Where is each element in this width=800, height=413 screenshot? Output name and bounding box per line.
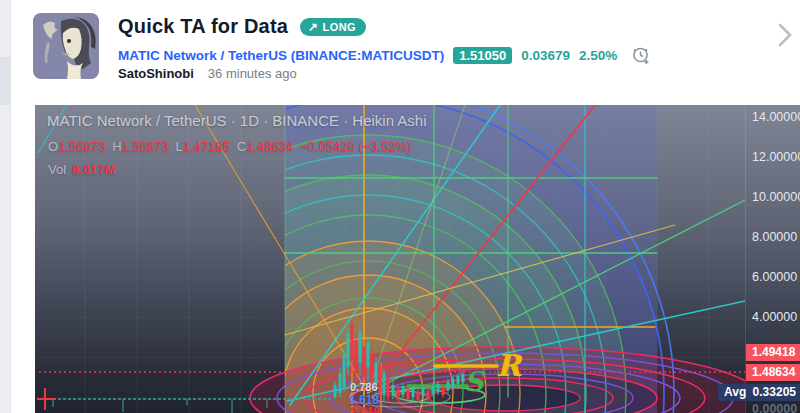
direction-badge: ↗LONG: [300, 18, 366, 36]
support-label: S: [464, 366, 484, 397]
ohlc-low-key: L: [176, 139, 183, 154]
y-axis-label: 12.00000: [752, 150, 800, 164]
avatar-image: [33, 13, 99, 79]
ohlc-open-key: O: [48, 139, 58, 154]
arrow-up-right-icon: ↗: [308, 21, 318, 33]
fib-label-2618: 2.618: [350, 405, 380, 413]
avg-price-label: Avg 0.33205: [718, 384, 800, 401]
ohlc-close-key: C: [237, 139, 246, 154]
add-alert-button[interactable]: [630, 44, 652, 66]
fib-label-0786: 0.786: [350, 381, 378, 393]
ohlc-open-value: 1.56873: [58, 139, 105, 154]
avg-label-value: 0.33205: [753, 384, 796, 401]
symbol-row: MATIC Network / TetherUS (BINANCE:MATICU…: [118, 44, 652, 66]
avg-label-text: Avg: [724, 384, 746, 401]
y-axis-label: 6.00000: [752, 270, 797, 284]
chart-ohlc-row: O1.56873H1.56873L1.47185C1.48634−0.05429…: [48, 139, 411, 154]
page-left-gutter: [0, 0, 11, 413]
avatar[interactable]: [33, 13, 99, 79]
price-axis[interactable]: 14.00000 12.00000 10.00000 8.00000 6.000…: [745, 105, 800, 413]
direction-badge-label: LONG: [323, 21, 356, 33]
y-axis-label: 4.00000: [752, 310, 797, 324]
y-axis-label: 14.00000: [752, 110, 800, 124]
change-percent: 2.50%: [579, 48, 617, 63]
idea-header-row: Quick TA for Data ↗LONG: [118, 15, 366, 38]
last-price-badge: 1.51050: [453, 47, 512, 64]
next-card-button[interactable]: [774, 21, 796, 53]
chevron-right-icon: [774, 21, 796, 49]
change-absolute: 0.03679: [521, 48, 570, 63]
y-axis-label: 10.00000: [752, 190, 800, 204]
ohlc-close-value: 1.48634: [246, 139, 293, 154]
ohlc-change: −0.05429 (−3.52%): [300, 139, 411, 154]
chart-card: MATIC Network / TetherUS · 1D · BINANCE …: [35, 105, 800, 413]
ohlc-high-value: 1.56873: [122, 139, 169, 154]
chart-canvas[interactable]: MATIC Network / TetherUS · 1D · BINANCE …: [35, 105, 745, 413]
volume-row: Vol9.017M: [48, 162, 115, 177]
ohlc-high-key: H: [112, 139, 121, 154]
chart-legend-title[interactable]: MATIC Network / TetherUS · 1D · BINANCE …: [47, 112, 427, 129]
volume-label: Vol: [48, 162, 66, 177]
y-axis-label: 8.00000: [752, 230, 797, 244]
time-ago: 36 minutes ago: [208, 66, 297, 81]
byline-row: SatoShinobi 36 minutes ago: [118, 66, 297, 81]
volume-value: 9.017M: [72, 162, 115, 177]
idea-title[interactable]: Quick TA for Data: [118, 15, 288, 38]
ohlc-low-value: 1.47185: [183, 139, 230, 154]
price-label-zero: 0.00000: [752, 402, 797, 413]
alert-add-icon: [630, 44, 652, 66]
author-link[interactable]: SatoShinobi: [118, 66, 194, 81]
symbol-link[interactable]: MATIC Network / TetherUS (BINANCE:MATICU…: [118, 48, 444, 63]
resistance-label: R: [496, 348, 521, 383]
price-label-close: 1.48634: [746, 364, 800, 381]
price-label-high: 1.49418: [746, 344, 800, 361]
